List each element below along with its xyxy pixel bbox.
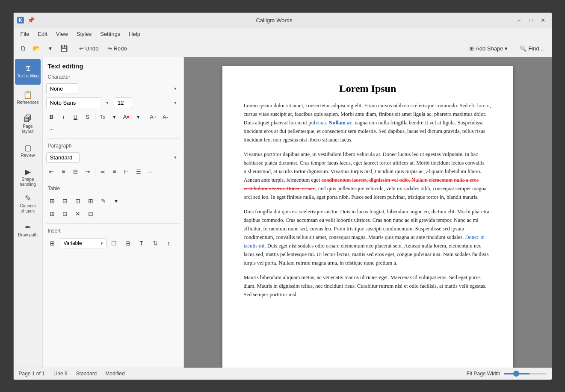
underline-button[interactable]: U (70, 112, 81, 123)
indent-increase-button[interactable]: ⇥ (82, 166, 93, 177)
open-dropdown-button[interactable]: ▾ (44, 42, 56, 54)
insert-endnote-button[interactable]: ↕ (163, 237, 175, 249)
para-separator (95, 168, 95, 176)
document-page[interactable]: Lorem Ipsun Lorem ipsum dolor sit amet, … (222, 66, 513, 368)
insert-annotation-button[interactable]: T (136, 237, 148, 249)
menu-styles[interactable]: Styles (73, 30, 95, 38)
paragraph-style-row: Standard Heading 1 Heading 2 Heading 3 B… (43, 150, 183, 165)
character-label: Character (43, 71, 183, 82)
insert-footnote-button[interactable]: ⇅ (149, 237, 161, 249)
properties-panel: Text editing Character None Regular Bold… (43, 57, 184, 368)
divider-3 (46, 223, 180, 224)
table-insert-col-left-button[interactable]: ⊡ (72, 195, 84, 207)
table-style-button[interactable]: ⊟ (85, 208, 97, 220)
font-style-select[interactable]: None Regular Bold Italic Bold Italic (46, 83, 78, 94)
insert-label: Insert (43, 225, 183, 236)
tool-review[interactable]: ▢ Review (15, 139, 41, 164)
minimize-button[interactable]: − (514, 15, 524, 25)
insert-variable-select[interactable]: Variable Page Number Date Author (60, 238, 106, 248)
panel-title: Text editing (43, 57, 183, 71)
toolbar-right: ⊞ Add Shape ▾ 🔍 Find... (465, 44, 548, 53)
tool-page-layout[interactable]: 🗐 Page layout (15, 112, 41, 138)
table-dropdown-button[interactable]: ▾ (110, 195, 122, 207)
menu-help[interactable]: Help (125, 30, 144, 38)
format-toolbar: B I U S Tx ▾ A▾ ▾ A+ A- ··· (43, 110, 183, 136)
document-title: Lorem Ipsun (244, 83, 492, 94)
align-justify-button[interactable]: ☰ (133, 166, 144, 177)
increase-font-button[interactable]: A+ (148, 112, 159, 123)
text-color-dropdown-button[interactable]: ▾ (133, 112, 144, 123)
titlebar-left: K 📌 (17, 17, 35, 24)
text-color-button[interactable]: A▾ (121, 112, 132, 123)
insert-frame-button[interactable]: ☐ (108, 237, 120, 249)
style-info: Standard (76, 371, 97, 377)
document-area[interactable]: Lorem Ipsun Lorem ipsum dolor sit amet, … (184, 57, 552, 368)
maximize-button[interactable]: □ (526, 15, 536, 25)
add-shape-button[interactable]: ⊞ Add Shape ▾ (465, 44, 512, 53)
open-button[interactable]: 📂 (31, 42, 43, 54)
close-button[interactable]: ✕ (538, 15, 548, 25)
menubar: File Edit View Styles Settings Help (14, 28, 552, 40)
titlebar: K 📌 Calligra Words − □ ✕ (14, 13, 552, 28)
strikethrough-button[interactable]: S (82, 112, 93, 123)
list-numbered-button[interactable]: ⊟ (70, 166, 81, 177)
list-bullet-button[interactable]: ≡ (58, 166, 69, 177)
statusbar-right: Fit Page Width (467, 371, 547, 377)
save-button[interactable]: 💾 (58, 42, 70, 54)
font-size-select[interactable]: 8 10 12 14 16 18 24 (114, 97, 132, 108)
toolbar-separator-1 (73, 44, 73, 53)
indent-decrease-button[interactable]: ⇤ (46, 166, 57, 177)
bold-button[interactable]: B (46, 112, 57, 123)
paragraph-3: Duis fringilla dui quis est scelerisque … (244, 207, 492, 267)
document-body[interactable]: Lorem ipsum dolor sit amet, consectetur … (244, 101, 492, 299)
table-insert-col-right-button[interactable]: ⊞ (85, 195, 97, 207)
new-document-button[interactable]: 🗋 (17, 42, 29, 54)
table-merge-button[interactable]: ⊞ (46, 208, 58, 220)
titlebar-controls: − □ ✕ (514, 15, 548, 25)
font-style-row: None Regular Bold Italic Bold Italic (43, 82, 183, 96)
insert-special-button[interactable]: ⊟ (122, 237, 134, 249)
align-left-button[interactable]: ⫤ (97, 166, 108, 177)
divider-1 (46, 138, 180, 139)
table-insert-below-button[interactable]: ⊟ (59, 195, 71, 207)
menu-file[interactable]: File (17, 30, 33, 38)
find-button[interactable]: 🔍 Find... (515, 44, 548, 53)
search-icon: 🔍 (520, 45, 527, 52)
italic-button[interactable]: I (58, 112, 69, 123)
pin-icon[interactable]: 📌 (27, 17, 35, 24)
table-section: ⊞ ⊟ ⊡ ⊞ ✎ ▾ ⊞ ⊡ ✕ ⊟ (43, 193, 183, 221)
format-separator-1 (95, 113, 95, 121)
text-subscript-button[interactable]: Tx (97, 112, 108, 123)
tool-text-editing[interactable]: 𝕿 Text editing (15, 59, 41, 85)
table-delete-row-button[interactable]: ✕ (72, 208, 84, 220)
tool-references[interactable]: 📋 References (15, 85, 41, 111)
paragraph-4: Mauris bibendum aliquam metus, ac venena… (244, 273, 492, 299)
add-shape-dropdown-icon: ▾ (505, 45, 508, 52)
text-dropdown-button[interactable]: ▾ (109, 112, 120, 123)
menu-view[interactable]: View (53, 30, 71, 38)
font-family-select[interactable]: Noto Sans Arial Times New Roman Courier … (46, 97, 101, 108)
paragraph-style-select[interactable]: Standard Heading 1 Heading 2 Heading 3 B… (46, 152, 80, 163)
tool-shape-handling[interactable]: ▶ Shape handling (15, 165, 41, 191)
undo-button[interactable]: ↩ Undo (76, 44, 102, 53)
insert-section: ⊞ Variable Page Number Date Author ☐ ⊟ T… (43, 236, 183, 251)
text-editing-icon: 𝕿 (26, 65, 30, 72)
add-shape-icon: ⊞ (469, 45, 474, 52)
more-format-button[interactable]: ··· (46, 124, 57, 135)
tool-connect-shapes[interactable]: ✎ Connect shapes (15, 192, 41, 217)
zoom-slider[interactable] (504, 373, 547, 374)
table-insert-above-button[interactable]: ⊞ (46, 195, 58, 207)
decrease-font-button[interactable]: A- (160, 112, 171, 123)
insert-table-button[interactable]: ⊞ (46, 237, 58, 249)
redo-button[interactable]: ↪ Redo (104, 44, 130, 53)
page-info: Page 1 of 1 (19, 371, 45, 377)
tool-draw-path[interactable]: ✒ Draw path (15, 218, 41, 244)
align-center-button[interactable]: ≡ (109, 166, 120, 177)
table-split-button[interactable]: ⊡ (59, 208, 71, 220)
menu-settings[interactable]: Settings (97, 30, 124, 38)
align-right-button[interactable]: ⊨ (121, 166, 132, 177)
main-toolbar: 🗋 📂 ▾ 💾 ↩ Undo ↪ Redo ⊞ Add Shape ▾ 🔍 Fi… (14, 40, 552, 57)
table-edit-button[interactable]: ✎ (98, 195, 109, 207)
menu-edit[interactable]: Edit (34, 30, 50, 38)
more-para-button[interactable]: ··· (145, 166, 156, 177)
